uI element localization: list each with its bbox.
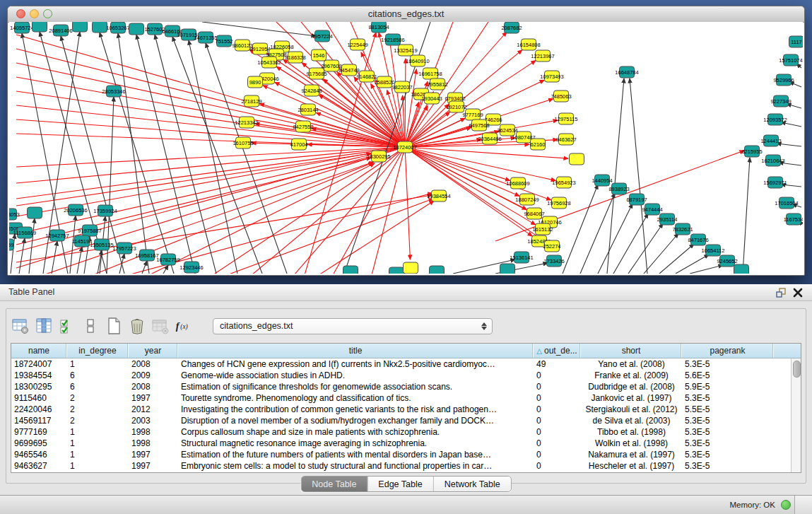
column-header-year[interactable]: year: [129, 344, 178, 358]
tab-edge-table[interactable]: Edge Table: [367, 477, 433, 491]
table-cell-in_degree: 1: [67, 358, 129, 370]
table-row[interactable]: 977716911998Corpus callosum shape and si…: [11, 426, 791, 438]
node-label: 9474444: [642, 206, 662, 213]
table-cell-title: Disruption of a novel member of a sodium…: [178, 415, 534, 426]
node-label: 6879197: [626, 197, 647, 203]
node-label: 8471676: [688, 237, 708, 243]
column-header-short[interactable]: short: [581, 344, 682, 358]
network-node[interactable]: [33, 22, 47, 32]
node-label: 16210643: [761, 158, 784, 164]
table-selector-dropdown[interactable]: citations_edges.txt: [213, 318, 493, 334]
network-view-canvas[interactable]: 1405572420891406106532671527602646616010…: [9, 22, 803, 274]
node-label: 10543362: [257, 59, 281, 66]
table-cell-title: Investigating the contribution of common…: [178, 404, 534, 415]
table-toolbar: f(x) citations_edges.txt: [11, 313, 801, 339]
network-node[interactable]: [570, 153, 584, 165]
table-cell-year: 1997: [129, 392, 178, 404]
table-cell-pagerank: 5.3E-5: [682, 392, 774, 404]
node-label: 91975887: [78, 228, 101, 234]
node-label: 17957223: [112, 245, 136, 252]
column-header-name[interactable]: name: [11, 344, 67, 358]
node-label: 9245652: [717, 258, 737, 264]
column-header-label: title: [349, 346, 363, 356]
node-label: 12923446: [180, 264, 203, 271]
node-label: 16958167: [135, 252, 158, 259]
node-label: 12942757: [45, 233, 69, 239]
node-label: 3624534: [497, 127, 517, 134]
close-panel-icon[interactable]: [792, 287, 804, 298]
new-document-button[interactable]: [104, 316, 124, 336]
network-node[interactable]: [389, 267, 404, 274]
network-node[interactable]: [129, 23, 144, 35]
column-header-label: year: [145, 346, 161, 356]
table-cell-out_degree: 0: [534, 460, 581, 472]
citation-network-graph[interactable]: 1405572420891406106532671527602646616010…: [9, 22, 803, 274]
network-node[interactable]: [343, 266, 358, 274]
node-label: 2718129: [241, 98, 261, 105]
svg-text:(x): (x): [180, 323, 187, 331]
table-row[interactable]: 946362711997Embryonic stem cells: a mode…: [11, 460, 791, 472]
checklist-button[interactable]: [57, 316, 77, 336]
network-node[interactable]: [404, 262, 418, 274]
node-label: 20206536: [64, 207, 87, 214]
table-cell-year: 1998: [129, 438, 178, 449]
network-window[interactable]: citations_edges.txt 14055724208914061065…: [7, 6, 805, 276]
table-row[interactable]: 946554611997Estimation of the future num…: [11, 449, 791, 460]
network-node[interactable]: [430, 266, 445, 274]
select-columns-button[interactable]: [34, 316, 54, 336]
table-cell-pagerank: 5.3E-5: [682, 358, 774, 370]
node-label: 6793402: [445, 95, 465, 102]
table-cell-pagerank: 5.9E-5: [682, 381, 774, 392]
tab-node-table[interactable]: Node Table: [301, 477, 367, 491]
vertical-scrollbar[interactable]: [791, 358, 801, 472]
node-label: 2935114: [657, 216, 678, 223]
node-label: 9227349: [770, 98, 791, 105]
node-label: 15692971: [763, 180, 787, 186]
table-row[interactable]: 1938455462009Genome-wide association stu…: [11, 370, 791, 381]
node-label: 2087682: [501, 25, 522, 31]
network-node[interactable]: [73, 22, 88, 32]
rows-button[interactable]: [81, 316, 100, 336]
node-label: 17359924: [93, 208, 117, 214]
node-label: 1440954: [592, 177, 612, 184]
node-label: 9684067: [524, 211, 544, 217]
network-node[interactable]: [93, 22, 107, 33]
network-node[interactable]: [734, 264, 749, 274]
trash-button[interactable]: [127, 316, 147, 336]
table-row[interactable]: 911546021997Tourette syndrome. Phenomeno…: [11, 392, 791, 404]
column-header-pagerank[interactable]: pagerank: [682, 344, 774, 358]
resize-grip[interactable]: [794, 496, 812, 514]
float-panel-icon[interactable]: [775, 287, 787, 298]
function-builder-button[interactable]: f(x): [174, 316, 194, 336]
column-header-in_degree[interactable]: in_degree: [67, 344, 129, 358]
node-label: 18640910: [406, 58, 429, 64]
network-node[interactable]: [28, 207, 42, 218]
node-label: 15751074: [779, 57, 802, 64]
table-cell-year: 2003: [129, 415, 178, 426]
network-window-titlebar[interactable]: citations_edges.txt: [8, 6, 804, 23]
column-header-title[interactable]: title: [178, 344, 534, 358]
table-cell-out_degree: 0: [534, 449, 581, 460]
table-row[interactable]: 2242004622012Investigating the contribut…: [11, 404, 791, 415]
tab-network-table[interactable]: Network Table: [434, 477, 511, 491]
table-row[interactable]: 1872400712008Changes of HCN gene express…: [11, 358, 791, 370]
scrollbar-thumb[interactable]: [793, 361, 801, 378]
table-cell-year: 1998: [129, 426, 178, 438]
table-cell-pagerank: 5.3E-5: [682, 426, 774, 438]
table-row[interactable]: 1456911722003Disruption of a novel membe…: [11, 415, 791, 426]
node-label: 16154808: [517, 42, 540, 48]
table-row[interactable]: 969969511998Structural magnetic resonanc…: [11, 438, 791, 449]
node-label: 8186328: [285, 54, 305, 61]
column-header-out_degree[interactable]: △out_de...: [534, 344, 581, 358]
memory-status-indicator-icon[interactable]: [781, 500, 791, 510]
table-cell-out_degree: 0: [534, 426, 581, 438]
column-header-label: short: [622, 346, 641, 356]
table-cell-pagerank: 5.6E-5: [682, 370, 774, 381]
network-node[interactable]: [500, 264, 515, 274]
table-settings-button[interactable]: [11, 316, 30, 336]
dropdown-arrows-icon: [478, 322, 492, 330]
node-label: 7957224: [312, 33, 332, 40]
node-label: 9529966: [773, 77, 794, 83]
table-row[interactable]: 1830029562008Estimation of significance …: [11, 381, 791, 392]
table-cell-short: Tibbo et al. (1998): [581, 426, 682, 438]
